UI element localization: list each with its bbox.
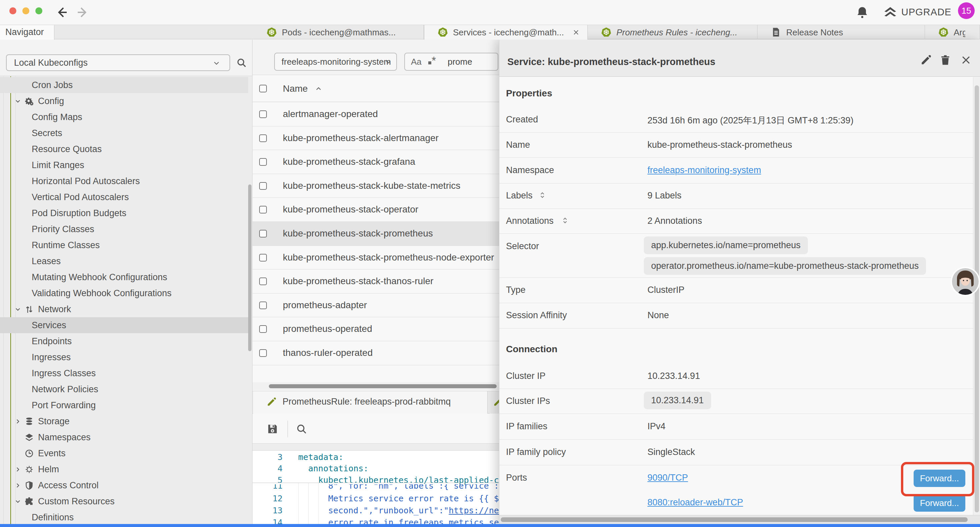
row-checkbox[interactable]: [259, 158, 267, 166]
row-checkbox[interactable]: [259, 182, 267, 190]
runbook-url-link[interactable]: https://net: [449, 506, 499, 515]
close-tab-icon[interactable]: [572, 29, 580, 37]
forward-button[interactable]: Forward...: [914, 494, 965, 512]
tab-release-notes[interactable]: Release Notes: [757, 25, 925, 39]
back-icon[interactable]: [55, 6, 68, 19]
notifications-bell-icon[interactable]: [856, 5, 869, 19]
sidebar-scrollbar[interactable]: [248, 185, 251, 351]
tab-services-icecheng-math[interactable]: Services - icecheng@math...: [424, 25, 588, 40]
table-row[interactable]: kube-prometheus-stack-prometheus-node-ex…: [253, 246, 499, 270]
row-checkbox[interactable]: [259, 254, 267, 261]
sidebar-item-access-control[interactable]: Access Control: [0, 477, 248, 493]
sidebar-item-leases[interactable]: Leases: [0, 253, 248, 269]
upgrade-button[interactable]: UPGRADE: [901, 7, 951, 18]
sidebar-item-custom-resources[interactable]: Custom Resources: [0, 493, 248, 509]
sidebar-item-runtime-classes[interactable]: Runtime Classes: [0, 237, 248, 253]
chevron-right-icon[interactable]: [15, 418, 21, 425]
sidebar-item-secrets[interactable]: Secrets: [0, 125, 248, 141]
table-row[interactable]: kube-prometheus-stack-operator: [253, 198, 499, 222]
port-link-9090-tcp[interactable]: 9090/TCP: [648, 473, 688, 483]
chevron-down-icon[interactable]: [15, 98, 21, 104]
table-row[interactable]: prometheus-operated: [253, 317, 499, 341]
save-icon[interactable]: [267, 423, 278, 435]
sidebar-item-namespaces[interactable]: Namespaces: [0, 429, 248, 445]
sidebar-item-vertical-pod-autoscalers[interactable]: Vertical Pod Autoscalers: [0, 189, 248, 205]
sidebar-item-helm[interactable]: Helm: [0, 461, 248, 477]
traffic-light-zoom[interactable]: [35, 7, 42, 14]
sidebar-item-services[interactable]: Services: [0, 317, 248, 333]
delete-trash-icon[interactable]: [940, 54, 951, 66]
tab-pods-icecheng-mathmas[interactable]: Pods - icecheng@mathmas...: [253, 25, 424, 39]
select-all-checkbox[interactable]: [259, 85, 267, 92]
sidebar-search-icon[interactable]: [236, 57, 247, 68]
sidebar-item-port-forwarding[interactable]: Port Forwarding: [0, 397, 248, 413]
notification-badge[interactable]: 15: [958, 2, 975, 19]
row-checkbox[interactable]: [259, 301, 267, 309]
upgrade-icon[interactable]: [883, 5, 897, 20]
sidebar-item-limit-ranges[interactable]: Limit Ranges: [0, 157, 248, 173]
sidebar-item-config-maps[interactable]: Config Maps: [0, 109, 248, 125]
sidebar-item-pod-disruption-budgets[interactable]: Pod Disruption Budgets: [0, 205, 248, 221]
chevron-down-icon[interactable]: [15, 498, 21, 505]
table-row[interactable]: kube-prometheus-stack-alertmanager: [253, 126, 499, 150]
drawer-vertical-scrollbar-thumb[interactable]: [975, 85, 979, 512]
table-row[interactable]: alertmanager-operated: [253, 102, 499, 126]
match-case-toggle[interactable]: Aa: [411, 57, 422, 67]
namespace-link[interactable]: freeleaps-monitoring-system: [648, 165, 761, 175]
sidebar-item-horizontal-pod-autoscalers[interactable]: Horizontal Pod Autoscalers: [0, 173, 248, 189]
sidebar-item-priority-classes[interactable]: Priority Classes: [0, 221, 248, 237]
row-checkbox[interactable]: [259, 110, 267, 118]
table-row[interactable]: kube-prometheus-stack-grafana: [253, 150, 499, 174]
table-horizontal-scrollbar-thumb[interactable]: [269, 384, 497, 388]
drawer-vertical-scrollbar[interactable]: [973, 77, 980, 519]
sidebar-item-mutating-webhook-configurations[interactable]: Mutating Webhook Configurations: [0, 269, 248, 285]
sort-toggle-icon[interactable]: [561, 217, 569, 224]
row-checkbox[interactable]: [259, 134, 267, 142]
table-row[interactable]: thanos-ruler-operated: [253, 341, 499, 365]
sidebar-item-ingress-classes[interactable]: Ingress Classes: [0, 365, 248, 381]
search-input[interactable]: prome: [448, 57, 473, 67]
sidebar-item-endpoints[interactable]: Endpoints: [0, 333, 248, 349]
editor-tab-next[interactable]: [490, 391, 499, 414]
yaml-editor[interactable]: 3metadata:4annotations:5kubectl.kubernet…: [253, 451, 499, 527]
drawer-horizontal-scrollbar[interactable]: [500, 515, 980, 524]
editor-search-icon[interactable]: [296, 423, 307, 435]
row-checkbox[interactable]: [259, 206, 267, 213]
sidebar-item-network[interactable]: Network: [0, 301, 248, 317]
table-row[interactable]: kube-prometheus-stack-kube-state-metrics: [253, 174, 499, 198]
sort-toggle-icon[interactable]: [538, 191, 546, 199]
forward-icon[interactable]: [76, 6, 89, 19]
assistant-avatar[interactable]: [950, 266, 980, 296]
sidebar-item-ingresses[interactable]: Ingresses: [0, 349, 248, 365]
sidebar-item-events[interactable]: Events: [0, 445, 248, 461]
sidebar-item-cron-jobs[interactable]: Cron Jobs: [0, 77, 248, 93]
chevron-down-icon[interactable]: [15, 306, 21, 312]
table-row[interactable]: kube-prometheus-stack-prometheus: [253, 222, 499, 246]
chevron-right-icon[interactable]: [15, 482, 21, 489]
edit-pencil-icon[interactable]: [920, 54, 932, 66]
sidebar-item-config[interactable]: Config: [0, 93, 248, 109]
kubeconfig-select[interactable]: Local Kubeconfigs: [6, 54, 230, 71]
table-search-box[interactable]: Aa*prome: [404, 53, 498, 71]
sidebar-item-resource-quotas[interactable]: Resource Quotas: [0, 141, 248, 157]
row-checkbox[interactable]: [259, 230, 267, 237]
row-checkbox[interactable]: [259, 349, 267, 357]
tab-prometheus-rules-icecheng[interactable]: Prometheus Rules - icecheng...: [588, 25, 757, 39]
table-row[interactable]: prometheus-adapter: [253, 293, 499, 318]
editor-tab-prometheusrule[interactable]: PrometheusRule: freeleaps-prod-rabbitmq: [253, 391, 488, 414]
sidebar-item-storage[interactable]: Storage: [0, 413, 248, 429]
sidebar-item-definitions[interactable]: Definitions: [0, 509, 248, 525]
row-checkbox[interactable]: [259, 277, 267, 285]
table-row[interactable]: kube-prometheus-stack-thanos-ruler: [253, 269, 499, 293]
tab-argo-se[interactable]: Argo Se: [925, 25, 980, 39]
close-icon[interactable]: [960, 54, 972, 66]
drawer-horizontal-scrollbar-thumb[interactable]: [501, 517, 968, 522]
port-link-8080-reloader-web-tcp[interactable]: 8080:reloader-web/TCP: [648, 497, 743, 508]
regex-toggle-icon[interactable]: *: [428, 54, 436, 67]
traffic-light-minimize[interactable]: [22, 7, 29, 14]
sidebar-item-validating-webhook-configurations[interactable]: Validating Webhook Configurations: [0, 285, 248, 301]
traffic-light-close[interactable]: [10, 7, 16, 14]
tab-navigator[interactable]: Navigator: [0, 25, 54, 40]
row-checkbox[interactable]: [259, 325, 267, 333]
sidebar-item-network-policies[interactable]: Network Policies: [0, 381, 248, 397]
